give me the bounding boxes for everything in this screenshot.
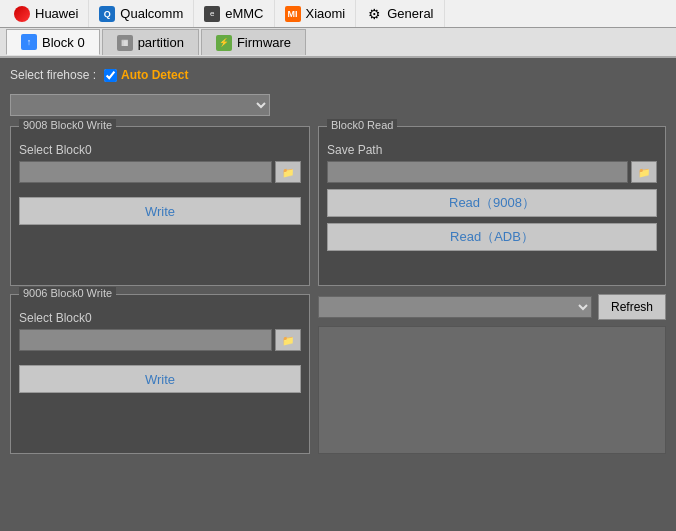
huawei-icon <box>14 6 30 22</box>
gear-icon: ⚙ <box>366 6 382 22</box>
block0-write-9006-button[interactable]: Write <box>19 365 301 393</box>
auto-detect-text: Auto Detect <box>121 68 188 82</box>
block0-write-9006-input[interactable] <box>19 329 272 351</box>
tab-block0[interactable]: ↑ Block 0 <box>6 29 100 55</box>
emmc-icon: e <box>204 6 220 22</box>
block0-write-9006-panel: 9006 Block0 Write Select Block0 📁 Write <box>10 294 310 454</box>
read-adb-button[interactable]: Read（ADB） <box>327 223 657 251</box>
tab-bar: ↑ Block 0 ▦ partition ⚡ Firmware <box>0 28 676 58</box>
block0-read-panel: Block0 Read Save Path 📁 Read（9008） Read（… <box>318 126 666 286</box>
menu-item-general[interactable]: ⚙ General <box>356 0 444 27</box>
qualcomm-icon: Q <box>99 6 115 22</box>
bottom-textarea[interactable] <box>318 326 666 454</box>
menu-item-emmc[interactable]: e eMMC <box>194 0 274 27</box>
select-block0-label: Select Block0 <box>19 143 301 157</box>
xiaomi-icon: MI <box>285 6 301 22</box>
block0-input-row: 📁 <box>19 161 301 183</box>
block0-write-input[interactable] <box>19 161 272 183</box>
auto-detect-checkbox[interactable] <box>104 69 117 82</box>
main-content: Select firehose : Auto Detect 9008 Block… <box>0 58 676 531</box>
block0-9006-input-row: 📁 <box>19 329 301 351</box>
save-path-input-row: 📁 <box>327 161 657 183</box>
save-path-label: Save Path <box>327 143 657 157</box>
firmware-tab-icon: ⚡ <box>216 35 232 51</box>
block0-write-9006-browse-btn[interactable]: 📁 <box>275 329 301 351</box>
block0-read-title: Block0 Read <box>327 119 397 131</box>
folder-icon-3: 📁 <box>282 335 294 346</box>
menu-item-qualcomm[interactable]: Q Qualcomm <box>89 0 194 27</box>
auto-detect-checkbox-label[interactable]: Auto Detect <box>104 68 188 82</box>
save-path-browse-btn[interactable]: 📁 <box>631 161 657 183</box>
bottom-right-panel: Refresh <box>318 294 666 454</box>
menu-item-huawei[interactable]: Huawei <box>4 0 89 27</box>
block0-tab-icon: ↑ <box>21 34 37 50</box>
block0-write-button[interactable]: Write <box>19 197 301 225</box>
menu-item-xiaomi[interactable]: MI Xiaomi <box>275 0 357 27</box>
block0-write-panel: 9008 Block0 Write Select Block0 📁 Write <box>10 126 310 286</box>
save-path-input[interactable] <box>327 161 628 183</box>
folder-icon-2: 📁 <box>638 167 650 178</box>
firehose-label: Select firehose : <box>10 68 96 82</box>
select-block0-9006-label: Select Block0 <box>19 311 301 325</box>
block0-write-title: 9008 Block0 Write <box>19 119 116 131</box>
block0-write-9006-title: 9006 Block0 Write <box>19 287 116 299</box>
partition-tab-icon: ▦ <box>117 35 133 51</box>
folder-icon: 📁 <box>282 167 294 178</box>
read-9008-button[interactable]: Read（9008） <box>327 189 657 217</box>
tab-partition[interactable]: ▦ partition <box>102 29 199 55</box>
bottom-controls-row: Refresh <box>318 294 666 320</box>
tab-firmware[interactable]: ⚡ Firmware <box>201 29 306 55</box>
lower-panels: 9006 Block0 Write Select Block0 📁 Write <box>10 294 666 454</box>
bottom-select[interactable] <box>318 296 592 318</box>
block0-write-browse-btn[interactable]: 📁 <box>275 161 301 183</box>
refresh-button[interactable]: Refresh <box>598 294 666 320</box>
firehose-row: Select firehose : Auto Detect <box>10 68 666 82</box>
firehose-select[interactable] <box>10 94 270 116</box>
upper-panels: 9008 Block0 Write Select Block0 📁 Write … <box>10 126 666 286</box>
menu-bar: Huawei Q Qualcomm e eMMC MI Xiaomi ⚙ Gen… <box>0 0 676 28</box>
